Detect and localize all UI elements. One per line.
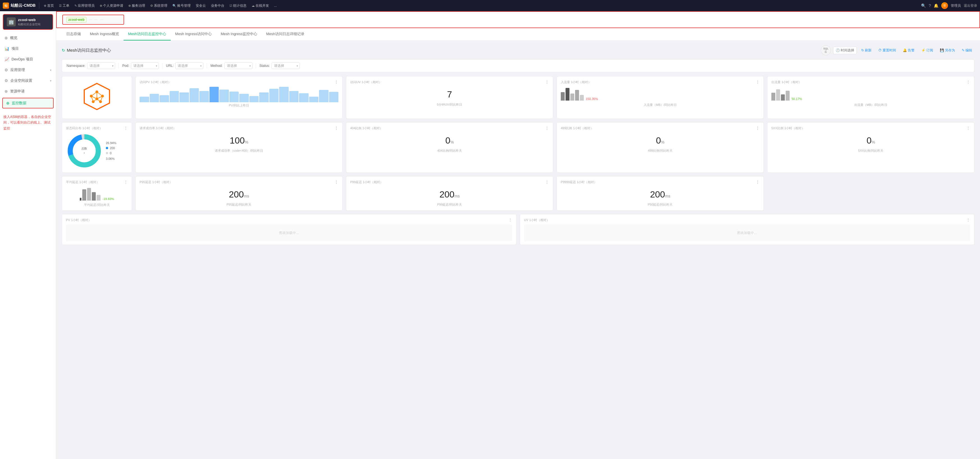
bar-7: [199, 91, 209, 102]
rate-5xx-desc: 5XX比例/同比昨天: [772, 148, 970, 153]
sidebar-app-card[interactable]: 🏢 zcool-web 站酷社区企业空间: [3, 14, 53, 30]
avg-delay-title: 平均延迟 1小时（相对）: [66, 180, 99, 184]
pv-bottom-more[interactable]: ⋮: [508, 218, 512, 222]
help-button[interactable]: ?: [929, 3, 931, 8]
inflow-more[interactable]: ⋮: [756, 80, 760, 84]
time-select-button[interactable]: 🕐 时间选择: [833, 47, 857, 54]
sidebar-item-project[interactable]: 📊 项目: [0, 43, 56, 54]
sidebar-item-monitor[interactable]: ⊕ 监控数据: [2, 98, 54, 108]
sidebar-item-devops[interactable]: 📈 DevOps 项目: [0, 54, 56, 65]
nav-workorder[interactable]: ☰ 工单: [57, 0, 72, 11]
avg-delay-more[interactable]: ⋮: [124, 180, 128, 184]
nav-app-admin[interactable]: ✎ 应用管理员: [72, 0, 97, 11]
sidebar-label-devops: DevOps 项目: [11, 57, 33, 62]
p9999-title: P9999延迟 1小时（相对）: [561, 180, 597, 184]
reset-time-button[interactable]: ⏱ 重置时间: [876, 47, 898, 54]
status-select[interactable]: 请选择: [272, 62, 300, 69]
save-as-label: 另存为: [945, 48, 955, 53]
save-as-button[interactable]: 💾 另存为: [938, 47, 957, 54]
p99-more[interactable]: ⋮: [545, 180, 549, 184]
subscribe-button[interactable]: ⚡ 订阅: [919, 47, 935, 54]
svg-line-8: [97, 92, 102, 96]
nav-stats[interactable]: ☑ 统计信息: [227, 0, 249, 11]
sidebar-item-resource-apply[interactable]: ⊕ 资源申请: [0, 86, 56, 97]
p99-value: 200ms: [350, 186, 549, 202]
sidebar-label-resource: 资源申请: [10, 89, 25, 94]
sidebar: 🏢 zcool-web 站酷社区企业空间 ⊕ 概览 📊 项目 📈 DevOps …: [0, 11, 56, 459]
bar-20: [329, 92, 339, 102]
time-select-label: 时间选择: [841, 48, 854, 53]
search-button[interactable]: 🔍: [921, 3, 926, 8]
app-logo[interactable]: 站 站酷云-CMDB: [3, 3, 39, 9]
tab-mesh-access-log[interactable]: Mesh访问日志监控中心: [124, 28, 171, 40]
method-select[interactable]: 请选择: [224, 62, 253, 69]
content-area: zcool-web 日志存储 Mesh Ingress概览 Mesh访问日志监控…: [56, 11, 980, 459]
metrics-row-1: 访问PV 1小时（相对） ⋮: [62, 76, 974, 119]
bar-3: [159, 95, 169, 102]
sidebar-item-space-settings[interactable]: ⚙ 企业空间设置 ▾: [0, 75, 56, 86]
save-icon: 💾: [940, 48, 944, 52]
logo-icon: 站: [3, 3, 9, 9]
pv-card-header: 访问PV 1小时（相对） ⋮: [140, 80, 338, 84]
reset-time-label: 重置时间: [883, 48, 896, 53]
tab-mesh-access-detail[interactable]: Mesh访问日志详细记录: [262, 28, 309, 40]
tab-mesh-ingress-monitor[interactable]: Mesh Ingress监控中心: [216, 28, 262, 40]
rate-5xx-more[interactable]: ⋮: [966, 126, 970, 130]
tab-mesh-ingress-overview[interactable]: Mesh Ingress概览: [85, 28, 124, 40]
nav-service-gov[interactable]: ⊕ 服务治理: [126, 0, 148, 11]
refresh-button[interactable]: ↻ 刷新: [859, 47, 874, 54]
nav-sys-mgmt[interactable]: ⚙ 系统管理: [148, 0, 170, 11]
nav-account[interactable]: 🔍 账号管理: [170, 0, 193, 11]
nav-home[interactable]: ⊕ 首页: [41, 0, 56, 11]
metrics-row-3: 平均延迟 1小时（相对） ⋮ -19.83% 平均延迟/同比昨天: [62, 176, 974, 211]
app-selector[interactable]: zcool-web: [62, 14, 124, 25]
edit-button[interactable]: ✎ 编辑: [959, 47, 974, 54]
p9999-more[interactable]: ⋮: [756, 180, 760, 184]
success-rate-more[interactable]: ⋮: [334, 126, 338, 130]
alert-button[interactable]: 🔔 告警: [900, 47, 917, 54]
nav-security[interactable]: 安全云: [194, 0, 208, 11]
service-icon: ⊕: [128, 4, 131, 8]
tab-mesh-ingress-access[interactable]: Mesh Ingress访问中心: [171, 28, 216, 40]
main-layout: 🏢 zcool-web 站酷社区企业空间 ⊕ 概览 📊 项目 📈 DevOps …: [0, 11, 980, 459]
sidebar-label-project: 项目: [11, 46, 19, 51]
pv-more-button[interactable]: ⋮: [334, 80, 338, 84]
filter-divider-3: [207, 63, 207, 69]
uv-more-button[interactable]: ⋮: [545, 80, 549, 84]
url-select[interactable]: 请选择: [175, 62, 203, 69]
exit-button[interactable]: 退出登录: [964, 3, 977, 8]
notification-button[interactable]: 🔔: [934, 3, 939, 8]
sql-label: SQL云: [823, 47, 828, 54]
rate-404-more[interactable]: ⋮: [545, 126, 549, 130]
inflow-title-text: 入流量: [561, 80, 570, 84]
inflow-card: 入流量 1小时（相对） ⋮ 150.35% 入流量（MB）/同比昨日: [557, 76, 764, 119]
namespace-select[interactable]: 请选择: [87, 62, 115, 69]
status-dist-more[interactable]: ⋮: [124, 126, 128, 130]
nav-biz-platform[interactable]: 业务中台: [208, 0, 227, 11]
outflow-more[interactable]: ⋮: [966, 80, 970, 84]
status-select-wrap: 请选择 ▾: [272, 62, 300, 69]
bar-5: [180, 92, 189, 102]
tab-log-storage[interactable]: 日志存储: [62, 28, 85, 40]
sidebar-item-app-mgmt[interactable]: ⚙ 应用管理 ▾: [0, 65, 56, 75]
svg-line-11: [93, 99, 97, 102]
pv-time: 1小时（相对）: [151, 80, 171, 84]
pod-label: Pod:: [122, 64, 129, 68]
pv-desc: PV/同比上昨日: [140, 104, 338, 108]
rate-499-more[interactable]: ⋮: [756, 126, 760, 130]
success-rate-header: 请求成功率 1小时（相对） ⋮: [140, 126, 338, 130]
app-card-info: zcool-web 站酷社区企业空间: [18, 18, 40, 26]
nav-more[interactable]: ...: [272, 0, 279, 11]
pv-bottom-chart: 图表加载中...: [66, 225, 512, 241]
p95-more[interactable]: ⋮: [334, 180, 338, 184]
sql-badge[interactable]: SQL云: [821, 45, 831, 55]
nav-resource-apply[interactable]: ⊕ 个人资源申请: [97, 0, 126, 11]
user-label[interactable]: 管理员: [951, 3, 961, 8]
uv-bottom-more[interactable]: ⋮: [966, 218, 970, 222]
nav-online-dev[interactable]: ☁ 在线开发: [249, 0, 271, 11]
filter-divider-4: [256, 63, 256, 69]
sidebar-item-overview[interactable]: ⊕ 概览: [0, 33, 56, 43]
pod-select[interactable]: 请选择: [131, 62, 159, 69]
status-filter: Status: 请选择 ▾: [259, 62, 300, 69]
uv-bottom-chart: 图表加载中...: [524, 225, 970, 241]
